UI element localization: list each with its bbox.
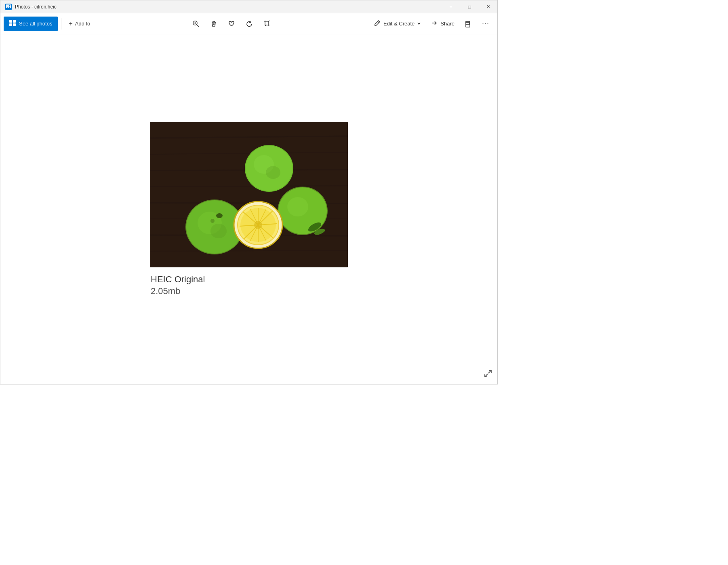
titlebar-left: Photos - citron.heic xyxy=(5,4,57,10)
photo-caption: HEIC Original 2.05mb xyxy=(150,274,205,297)
print-button[interactable] xyxy=(459,17,476,31)
more-options-button[interactable]: ··· xyxy=(477,17,494,31)
share-icon xyxy=(431,19,438,28)
svg-rect-5 xyxy=(13,20,16,23)
main-content: HEIC Original 2.05mb xyxy=(0,34,497,384)
svg-line-16 xyxy=(378,21,379,23)
svg-rect-1 xyxy=(6,4,11,8)
edit-create-button[interactable]: Edit & Create xyxy=(369,17,426,31)
svg-line-15 xyxy=(268,21,269,22)
expand-button[interactable] xyxy=(484,369,492,380)
minimize-button[interactable]: − xyxy=(442,0,460,13)
photos-icon xyxy=(9,20,16,27)
photos-app-icon xyxy=(5,4,12,10)
svg-point-37 xyxy=(266,166,280,179)
edit-icon xyxy=(374,19,381,28)
svg-point-18 xyxy=(469,23,470,24)
svg-line-57 xyxy=(485,374,488,377)
photo-title: HEIC Original xyxy=(151,274,205,286)
maximize-button[interactable]: □ xyxy=(460,0,479,13)
add-icon: + xyxy=(69,20,72,27)
svg-point-3 xyxy=(9,5,11,6)
photo-container: HEIC Original 2.05mb xyxy=(150,122,348,297)
svg-line-56 xyxy=(488,370,491,373)
add-to-button[interactable]: + Add to xyxy=(65,17,94,31)
share-button[interactable]: Share xyxy=(427,17,459,31)
photo-size: 2.05mb xyxy=(151,286,205,297)
favorite-button[interactable] xyxy=(223,17,240,31)
chevron-down-icon xyxy=(417,21,421,27)
svg-rect-6 xyxy=(9,23,12,26)
toolbar-right: Edit & Create Share xyxy=(369,17,494,31)
svg-line-9 xyxy=(197,25,199,27)
add-to-label: Add to xyxy=(75,21,90,27)
rotate-button[interactable] xyxy=(241,17,258,31)
titlebar: Photos - citron.heic − □ ✕ xyxy=(0,0,497,13)
share-label: Share xyxy=(440,21,454,27)
edit-create-label: Edit & Create xyxy=(383,21,414,27)
svg-point-31 xyxy=(210,224,227,238)
see-all-photos-button[interactable]: See all photos xyxy=(4,17,58,31)
see-all-photos-label: See all photos xyxy=(19,21,52,27)
crop-button[interactable] xyxy=(259,17,276,31)
svg-rect-4 xyxy=(9,20,12,23)
svg-point-53 xyxy=(254,221,262,229)
toolbar-separator-1 xyxy=(61,18,61,29)
zoom-button[interactable] xyxy=(187,17,204,31)
toolbar: See all photos + Add to xyxy=(0,13,497,34)
close-button[interactable]: ✕ xyxy=(479,0,497,13)
photo-frame xyxy=(150,122,348,267)
ellipsis-icon: ··· xyxy=(482,19,489,28)
titlebar-controls: − □ ✕ xyxy=(442,0,497,13)
svg-point-32 xyxy=(210,219,215,223)
delete-button[interactable] xyxy=(205,17,222,31)
svg-rect-17 xyxy=(466,25,470,27)
titlebar-title: Photos - citron.heic xyxy=(15,4,57,10)
svg-rect-7 xyxy=(13,23,16,26)
svg-point-33 xyxy=(216,213,223,218)
svg-point-40 xyxy=(287,197,308,216)
